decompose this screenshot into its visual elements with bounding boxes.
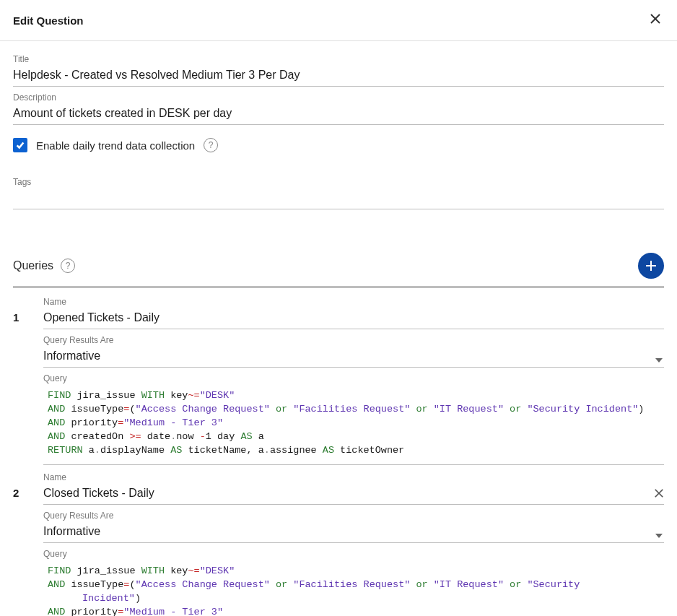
query-body: NameQuery Results AreQueryFIND jira_issu… <box>43 297 664 465</box>
enable-trend-checkbox[interactable] <box>13 138 27 152</box>
remove-query-button[interactable] <box>654 488 664 501</box>
query-code-field: QueryFIND jira_issue WITH key~="DESK"AND… <box>43 373 664 465</box>
tags-label: Tags <box>13 177 664 187</box>
query-number: 2 <box>13 472 22 499</box>
query-body: NameQuery Results AreQueryFIND jira_issu… <box>43 472 664 616</box>
query-code-field: QueryFIND jira_issue WITH key~="DESK"AND… <box>43 549 664 616</box>
queries-help-button[interactable]: ? <box>61 259 75 273</box>
title-input[interactable] <box>13 66 664 87</box>
query-name-label: Name <box>43 297 664 307</box>
title-label: Title <box>13 54 664 64</box>
enable-trend-row: Enable daily trend data collection ? <box>13 138 664 152</box>
query-number: 1 <box>13 297 22 324</box>
query-results-label: Query Results Are <box>43 335 664 345</box>
queries-header: Queries ? <box>13 253 664 286</box>
dialog-header: Edit Question <box>0 0 677 41</box>
check-icon <box>15 140 25 150</box>
close-icon <box>654 488 664 498</box>
query-name-input[interactable] <box>43 484 664 505</box>
query-results-field: Query Results Are <box>43 511 664 543</box>
tags-field: Tags <box>13 177 664 209</box>
query-code-label: Query <box>43 373 664 383</box>
description-input[interactable] <box>13 104 664 125</box>
queries-title: Queries <box>13 259 53 272</box>
query-results-select[interactable] <box>43 522 664 543</box>
query-results-select[interactable] <box>43 347 664 368</box>
plus-icon <box>645 259 658 272</box>
query-results-label: Query Results Are <box>43 511 664 521</box>
dialog-title: Edit Question <box>13 14 84 27</box>
dialog-body: Title Description Enable daily trend dat… <box>0 41 677 616</box>
queries-divider <box>13 286 664 288</box>
add-query-button[interactable] <box>638 253 664 279</box>
close-icon <box>650 13 661 25</box>
description-label: Description <box>13 92 664 103</box>
query-name-input[interactable] <box>43 308 664 329</box>
title-field: Title <box>13 54 664 87</box>
query-name-field: Name <box>43 297 664 329</box>
query-name-label: Name <box>43 472 664 482</box>
query-block: 1NameQuery Results AreQueryFIND jira_iss… <box>13 297 664 465</box>
query-results-field: Query Results Are <box>43 335 664 368</box>
query-name-field: Name <box>43 472 664 505</box>
enable-trend-label: Enable daily trend data collection <box>36 139 195 152</box>
trend-help-button[interactable]: ? <box>204 138 218 152</box>
tags-input[interactable] <box>13 188 664 209</box>
query-code-label: Query <box>43 549 664 559</box>
description-field: Description <box>13 92 664 125</box>
close-button[interactable] <box>647 10 664 30</box>
question-icon: ? <box>209 140 214 150</box>
query-block: 2NameQuery Results AreQueryFIND jira_iss… <box>13 472 664 616</box>
question-icon: ? <box>66 261 71 271</box>
query-code-editor[interactable]: FIND jira_issue WITH key~="DESK"AND issu… <box>43 560 664 616</box>
query-code-editor[interactable]: FIND jira_issue WITH key~="DESK"AND issu… <box>43 385 664 465</box>
